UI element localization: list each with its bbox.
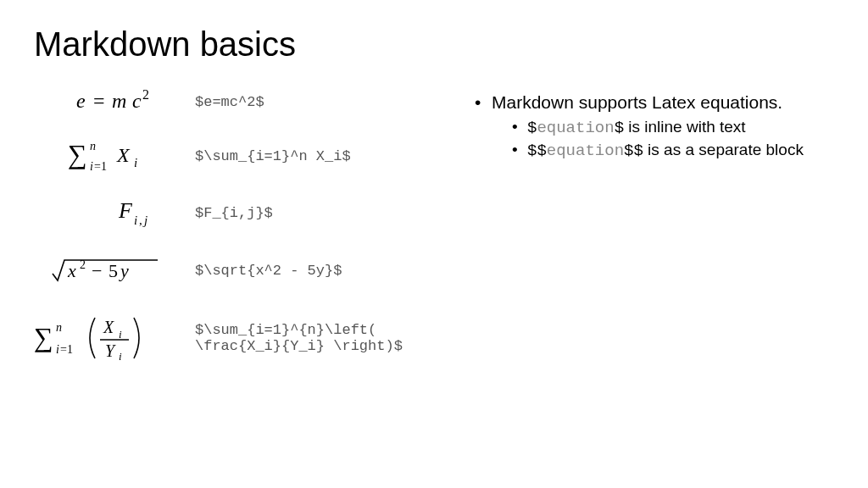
svg-text:=1: =1 (60, 343, 73, 356)
example-row: ∑ n i =1 X i Y i $\sum_{i=1}^{n}\left( \… (34, 313, 458, 363)
svg-text:n: n (56, 321, 62, 334)
placeholder-text: equation (537, 119, 614, 137)
svg-text:y: y (119, 260, 129, 281)
rendered-equation: F i , j (34, 197, 195, 228)
svg-text:e: e (76, 90, 86, 112)
svg-text:m: m (112, 90, 126, 112)
sub-bullet-list: $equation$ is inline with text $$equatio… (492, 118, 834, 160)
svg-text:2: 2 (80, 258, 86, 271)
bullet-list: Markdown supports Latex equations. $equa… (475, 92, 834, 160)
source-code: $e=mc^2$ (195, 94, 264, 110)
svg-text:=1: =1 (94, 160, 107, 173)
svg-text:X: X (116, 144, 131, 166)
delimiter: $$ (527, 141, 547, 160)
svg-text:i: i (134, 156, 137, 169)
delimiter: $ (615, 119, 624, 137)
svg-text:n: n (90, 140, 96, 152)
svg-text:=: = (93, 90, 105, 112)
svg-text:x: x (67, 260, 76, 281)
description-text: is as a separate block (643, 141, 804, 158)
svg-text:i: i (90, 160, 93, 173)
list-item: Markdown supports Latex equations. $equa… (475, 92, 834, 160)
source-code: $\sum_{i=1}^n X_i$ (195, 148, 351, 164)
svg-text:∑: ∑ (34, 322, 53, 352)
bullet-text: Markdown supports Latex equations. (492, 92, 782, 112)
delimiter: $ (527, 119, 537, 137)
list-item: $$equation$$ is as a separate block (492, 141, 834, 160)
svg-text:5: 5 (108, 260, 118, 281)
page-title: Markdown basics (34, 25, 834, 64)
example-row: ∑ n i =1 X i $\sum_{i=1}^n X_i$ (34, 138, 458, 174)
placeholder-text: equation (547, 141, 624, 160)
delimiter: $$ (624, 141, 643, 160)
svg-text:−: − (92, 260, 102, 281)
list-item: $equation$ is inline with text (492, 118, 834, 137)
rendered-equation: ∑ n i =1 X i (34, 138, 195, 174)
svg-text:2: 2 (142, 89, 149, 102)
svg-text:i: i (56, 343, 59, 356)
svg-text:Y: Y (105, 341, 116, 360)
examples-column: e = m c 2 $e=mc^2$ ∑ n i =1 X i (34, 89, 458, 387)
rendered-equation: x 2 − 5 y (34, 252, 195, 289)
svg-text:i: i (119, 350, 122, 363)
svg-text:i: i (119, 328, 122, 341)
source-code: $F_{i,j}$ (195, 205, 273, 221)
svg-text:F: F (119, 198, 133, 223)
svg-text:∑: ∑ (68, 139, 87, 169)
example-row: x 2 − 5 y $\sqrt{x^2 - 5y}$ (34, 252, 458, 289)
svg-text:i: i (134, 214, 137, 227)
explanation-column: Markdown supports Latex equations. $equa… (475, 89, 834, 387)
content-area: e = m c 2 $e=mc^2$ ∑ n i =1 X i (34, 89, 834, 387)
description-text: is inline with text (624, 118, 746, 136)
svg-text:c: c (132, 90, 142, 112)
source-code: $\sum_{i=1}^{n}\left( \frac{X_i}{Y_i} \r… (195, 322, 458, 354)
example-row: F i , j $F_{i,j}$ (34, 197, 458, 228)
source-code: $\sqrt{x^2 - 5y}$ (195, 263, 342, 279)
rendered-equation: e = m c 2 (34, 89, 195, 114)
svg-text:j: j (142, 214, 147, 227)
rendered-equation: ∑ n i =1 X i Y i (34, 313, 195, 363)
example-row: e = m c 2 $e=mc^2$ (34, 89, 458, 114)
svg-text:X: X (103, 318, 114, 336)
svg-text:,: , (139, 214, 142, 227)
